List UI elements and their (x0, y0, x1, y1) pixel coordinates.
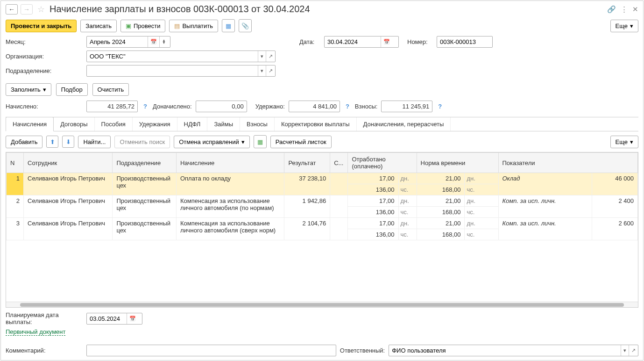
accrued-help-icon[interactable]: ? (142, 103, 149, 110)
planned-date-field[interactable] (87, 313, 127, 324)
table-row[interactable]: 2 Селиванов Игорь Петрович Производствен… (7, 195, 638, 207)
favorite-star-icon[interactable]: ☆ (37, 4, 45, 14)
col-employee[interactable]: Сотрудник (24, 153, 113, 173)
close-icon[interactable]: ✕ (632, 5, 638, 14)
tab-accruals[interactable]: Начисления (6, 117, 54, 131)
fill-button[interactable]: Заполнить ▾ (6, 83, 51, 96)
table-row[interactable]: 3 Селиванов Игорь Петрович Производствен… (7, 218, 638, 229)
add-row-button[interactable]: Добавить (6, 136, 42, 148)
tab-deductions[interactable]: Удержания (133, 117, 177, 131)
addl-value: 0,00 (196, 101, 247, 112)
nav-forward-button[interactable]: → (21, 4, 33, 14)
cancel-fix-button[interactable]: Отмена исправлений ▾ (174, 136, 250, 148)
more-button[interactable]: Еще ▾ (610, 20, 638, 32)
cell-worked-days-unit: дн. (398, 218, 417, 229)
cell-worked-days-unit: дн. (398, 173, 417, 184)
cell-result: 2 104,76 (284, 218, 330, 240)
date-field[interactable] (325, 36, 381, 47)
cell-norm-hours: 168,00 (417, 184, 465, 195)
org-field[interactable] (87, 51, 258, 62)
cell-n: 3 (7, 218, 24, 240)
more-label: Еще (616, 22, 628, 29)
find-button[interactable]: Найти... (78, 136, 111, 148)
pick-button[interactable]: Подбор (56, 83, 88, 96)
tab-additional[interactable]: Доначисления, перерасчеты (357, 117, 451, 131)
org-open-icon[interactable]: ↗ (266, 51, 275, 62)
org-dropdown-icon[interactable]: ▾ (258, 51, 266, 62)
cell-department: Производственный цех (113, 173, 177, 195)
tab-loans[interactable]: Займы (207, 117, 240, 131)
cell-norm-days: 21,00 (417, 195, 465, 207)
paperclip-icon: 📎 (241, 22, 249, 29)
sub-more-label: Еще (616, 138, 628, 145)
sub-more-button[interactable]: Еще ▾ (610, 136, 638, 148)
horizontal-scrollbar[interactable] (20, 303, 624, 307)
month-field[interactable] (87, 36, 148, 47)
clear-button[interactable]: Очистить (92, 83, 129, 96)
attach-button[interactable]: 📎 (239, 19, 252, 32)
withheld-help-icon[interactable]: ? (344, 103, 351, 110)
contrib-help-icon[interactable]: ? (436, 103, 444, 110)
col-result[interactable]: Результат (284, 153, 330, 173)
tab-contracts[interactable]: Договоры (54, 117, 94, 131)
cell-indicator-value: 2 600 (592, 218, 638, 240)
cell-norm-days-unit: дн. (465, 195, 498, 207)
payslip-button[interactable]: Расчетный листок (270, 136, 332, 148)
pay-button[interactable]: ▤Выплатить (169, 20, 218, 32)
responsible-dropdown-icon[interactable]: ▾ (621, 345, 629, 356)
comment-label: Комментарий: (6, 347, 83, 354)
month-calendar-icon[interactable]: 📅 (148, 36, 159, 47)
cell-norm-hours: 168,00 (417, 229, 465, 240)
cell-employee: Селиванов Игорь Петрович (24, 173, 113, 195)
col-norm[interactable]: Норма времени (417, 153, 498, 173)
addl-label: Доначислено: (153, 103, 192, 110)
grid-settings-button[interactable]: ▦ (254, 135, 267, 148)
more-menu-icon[interactable]: ⋮ (621, 5, 628, 14)
move-up-button[interactable]: ⬆ (46, 136, 58, 148)
post-close-button[interactable]: Провести и закрыть (6, 20, 77, 32)
col-indicators[interactable]: Показатели (498, 153, 638, 173)
dept-open-icon[interactable]: ↗ (266, 65, 275, 76)
primary-doc-link[interactable]: Первичный документ (6, 328, 65, 336)
cell-indicator: Комп. за исп. личн. (498, 218, 592, 240)
cell-department: Производственный цех (113, 195, 177, 218)
chevron-down-icon: ▾ (630, 22, 633, 29)
planned-calendar-icon[interactable]: 📅 (127, 313, 138, 324)
responsible-field[interactable] (389, 345, 621, 356)
number-field[interactable] (437, 36, 488, 47)
link-icon[interactable]: 🔗 (607, 5, 616, 14)
cancel-search-button[interactable]: Отменить поиск (114, 136, 170, 148)
cell-worked-hours-unit: чс. (398, 207, 417, 218)
org-label: Организация: (6, 53, 83, 60)
save-button[interactable]: Записать (80, 20, 117, 32)
col-accrual[interactable]: Начисление (176, 153, 284, 173)
comment-field[interactable] (87, 345, 336, 356)
cancel-fix-label: Отмена исправлений (179, 138, 239, 145)
cell-worked-days: 17,00 (348, 218, 398, 229)
month-stepper-icon[interactable]: ▲▼ (159, 36, 168, 47)
cell-result: 1 942,86 (284, 195, 330, 218)
cell-s (330, 218, 348, 240)
dept-dropdown-icon[interactable]: ▾ (258, 65, 266, 76)
table-row[interactable]: 1 Селиванов Игорь Петрович Производствен… (7, 173, 638, 184)
col-department[interactable]: Подразделение (113, 153, 177, 173)
col-s[interactable]: С... (330, 153, 348, 173)
cell-norm-hours: 168,00 (417, 207, 465, 218)
post-button[interactable]: ▣Провести (120, 20, 166, 32)
col-n[interactable]: N (7, 153, 24, 173)
nav-back-button[interactable]: ← (6, 4, 18, 14)
cell-norm-days: 21,00 (417, 173, 465, 184)
tab-ndfl[interactable]: НДФЛ (177, 117, 208, 131)
responsible-open-icon[interactable]: ↗ (629, 345, 638, 356)
list-icon-button[interactable]: ▦ (222, 19, 235, 32)
date-calendar-icon[interactable]: 📅 (381, 36, 392, 47)
tab-corrections[interactable]: Корректировки выплаты (275, 117, 357, 131)
col-worked[interactable]: Отработано (оплачено) (348, 153, 417, 173)
move-down-button[interactable]: ⬇ (62, 136, 74, 148)
tab-benefits[interactable]: Пособия (95, 117, 133, 131)
tab-contributions[interactable]: Взносы (240, 117, 275, 131)
cell-worked-days: 17,00 (348, 173, 398, 184)
cell-accrual: Компенсация за использование личного авт… (176, 195, 284, 218)
cell-worked-hours: 136,00 (348, 207, 398, 218)
dept-field[interactable] (87, 65, 258, 76)
